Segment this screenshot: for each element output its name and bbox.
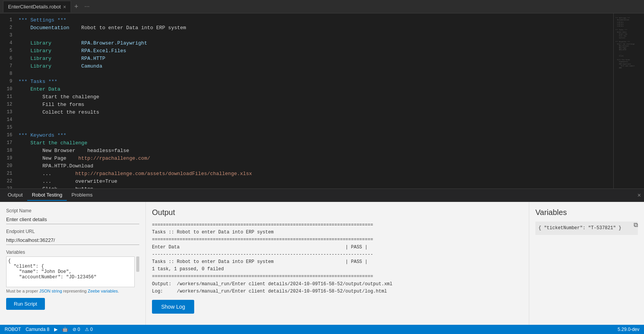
editor-tab[interactable]: EnterClientDetails.robot ×	[3, 1, 71, 12]
output-text: ========================================…	[152, 222, 523, 295]
output-panel: Output =================================…	[146, 202, 529, 325]
variables-hint: Must be a proper JSON string representin…	[6, 289, 139, 293]
panel-tab-bar: Output Robot Testing Problems ×	[0, 188, 644, 202]
code-line: New Browser headless=false	[18, 147, 613, 155]
status-errors: ⊘ 0	[73, 327, 80, 332]
panel-close-button[interactable]: ×	[637, 192, 641, 199]
code-line: Fill the forms	[18, 101, 613, 109]
code-editor: 1234567891011121314151617181920212223242…	[0, 13, 644, 188]
code-line: Documentation Robot to enter Data into E…	[18, 24, 613, 32]
code-line: Collect the results	[18, 109, 613, 116]
script-config-panel: Script Name Endpoint URL Variables Must …	[0, 202, 146, 325]
code-line	[18, 124, 613, 132]
status-env-label: Camunda 8	[26, 327, 50, 332]
code-line: Library RPA.HTTP	[18, 55, 613, 63]
tab-output-label: Output	[8, 192, 23, 198]
code-line: Start the challenge	[18, 139, 613, 147]
new-tab-button[interactable]: +	[71, 1, 81, 12]
line-numbers: 1234567891011121314151617181920212223242…	[0, 13, 15, 188]
code-line	[18, 70, 613, 78]
code-line: *** Keywords ***	[18, 132, 613, 139]
script-name-input[interactable]	[6, 215, 139, 224]
variables-label: Variables	[6, 250, 139, 255]
tab-more-button[interactable]: ···	[81, 2, 92, 12]
endpoint-url-input[interactable]	[6, 236, 139, 245]
code-line	[18, 116, 613, 124]
status-bar: ROBOT Camunda 8 ▶ 🤖 ⊘ 0 ⚠ 0 5.29.0-dev	[0, 325, 644, 334]
variables-panel: Variables ⧉ { "ticketNumber": "T-537821"…	[529, 202, 644, 325]
tab-close-icon[interactable]: ×	[63, 4, 66, 10]
code-line: Click button	[18, 185, 613, 188]
code-line: ... http://rpachallenge.com/assets/downl…	[18, 170, 613, 178]
run-script-button[interactable]: Run Script	[6, 298, 45, 310]
tab-output[interactable]: Output	[3, 190, 27, 201]
status-robot-icon: 🤖	[62, 327, 68, 332]
code-line: Library RPA.Excel.Files	[18, 47, 613, 55]
minimap: *** Settings *** Documentation Library L…	[613, 13, 644, 188]
panel-content: Script Name Endpoint URL Variables Must …	[0, 202, 644, 325]
status-robot-label: ROBOT	[5, 327, 21, 332]
variables-content: { "ticketNumber": "T-537821" }	[535, 222, 638, 235]
zeebe-variables-link[interactable]: Zeebe variables	[88, 289, 118, 293]
variables-title: Variables	[535, 208, 638, 217]
tab-label: EnterClientDetails.robot	[8, 4, 61, 10]
code-content[interactable]: *** Settings *** Documentation Robot to …	[15, 13, 613, 188]
code-line: Library Camunda	[18, 63, 613, 70]
script-name-label: Script Name	[6, 208, 139, 213]
tab-problems-label: Problems	[71, 192, 92, 198]
endpoint-url-label: Endpoint URL	[6, 229, 139, 234]
code-line: *** Tasks ***	[18, 78, 613, 86]
show-log-button[interactable]: Show Log	[152, 300, 194, 314]
code-line: ... overwrite=True	[18, 178, 613, 185]
status-version: 5.29.0-dev	[618, 327, 639, 332]
code-line: *** Settings ***	[18, 17, 613, 24]
code-line: RPA.HTTP.Download	[18, 162, 613, 170]
status-play-icon[interactable]: ▶	[54, 327, 58, 332]
json-string-link[interactable]: JSON string	[39, 289, 62, 293]
tab-bar: EnterClientDetails.robot × + ···	[0, 0, 644, 13]
code-line	[18, 32, 613, 40]
variables-textarea[interactable]	[6, 256, 135, 287]
tab-robot-testing[interactable]: Robot Testing	[27, 190, 67, 201]
output-title: Output	[152, 208, 523, 217]
copy-icon[interactable]: ⧉	[634, 222, 638, 228]
code-line: New Page http://rpachallenge.com/	[18, 155, 613, 162]
tab-robot-testing-label: Robot Testing	[32, 192, 62, 198]
code-line: Library RPA.Browser.Playwright	[18, 40, 613, 47]
status-warnings: ⚠ 0	[85, 327, 93, 332]
code-line: Start the challenge	[18, 93, 613, 101]
code-line: Enter Data	[18, 86, 613, 93]
tab-problems[interactable]: Problems	[67, 190, 97, 201]
